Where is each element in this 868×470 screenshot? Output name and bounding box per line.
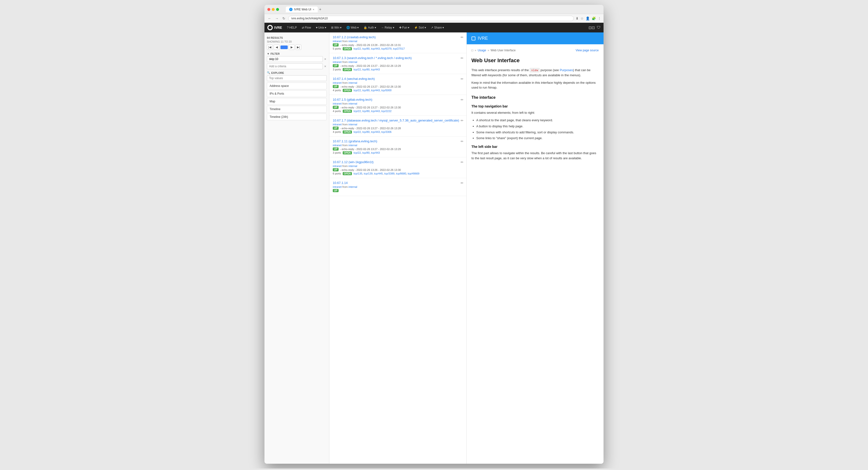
port-link[interactable]: tcp/5000 [381, 89, 392, 92]
port-link[interactable]: tcp/3389 [384, 172, 395, 175]
bookmark-icon[interactable]: ☆ [581, 16, 584, 20]
port-link[interactable]: tcp/27017 [393, 47, 405, 50]
page-last-button[interactable]: ▶| [296, 44, 301, 50]
port-link[interactable]: tcp/6379 [381, 47, 392, 50]
source-from-link[interactable]: internal [348, 81, 357, 84]
edit-icon[interactable]: ✏ [461, 181, 464, 185]
minimize-button[interactable] [272, 8, 275, 11]
source-from-link[interactable]: internal [348, 102, 357, 105]
result-ip-link[interactable]: 10.67.1.3 (search.evling.tech / *.evling… [333, 56, 412, 60]
port-link[interactable]: tcp/22 [353, 110, 361, 112]
result-ip-link[interactable]: 10.67.1.11 (grafana.evling.tech) [333, 139, 377, 143]
edit-icon[interactable]: ✏ [461, 139, 464, 143]
nav-win[interactable]: ⊞ Win ▾ [329, 23, 344, 32]
nav-auth[interactable]: 🔒 Auth ▾ [361, 23, 378, 32]
source-label-link[interactable]: intranet [333, 186, 342, 188]
nav-web[interactable]: 🌐 Web ▾ [344, 23, 361, 32]
add-criteria-clear-button[interactable]: × [324, 64, 327, 69]
page-prev-button[interactable]: ◀ [274, 44, 279, 50]
source-from-link[interactable]: internal [348, 144, 357, 147]
result-ip-link[interactable]: 10.67.1.5 (gitlab.evling.tech) [333, 98, 372, 101]
page-first-button[interactable]: |◀ [267, 44, 273, 50]
port-link[interactable]: tcp/80 [362, 130, 370, 133]
edit-icon[interactable]: ✏ [461, 98, 464, 102]
edit-icon[interactable]: ✏ [461, 77, 464, 81]
purposes-link[interactable]: Purposes [560, 68, 573, 72]
port-link[interactable]: tcp/443 [371, 130, 380, 133]
source-from-link[interactable]: internal [348, 123, 357, 126]
result-ip-link[interactable]: 10.67.1.7 (dataease.evling.tech / mysql_… [333, 119, 459, 122]
port-link[interactable]: tcp/135 [353, 172, 362, 175]
view-source-link[interactable]: View page source [576, 48, 599, 53]
nav-sort[interactable]: ⚡ Sort ▾ [412, 23, 428, 32]
add-criteria-input[interactable] [267, 63, 323, 69]
more-icon[interactable]: ⋮ [598, 16, 601, 20]
edit-icon[interactable]: ✏ [461, 35, 464, 39]
edit-icon[interactable]: ✏ [461, 160, 464, 164]
port-link[interactable]: tcp/139 [364, 172, 372, 175]
result-ip-link[interactable]: 10.67.1.12 (win-1kgpu96in1t) [333, 160, 373, 164]
port-link[interactable]: tcp/80 [362, 151, 370, 154]
explore-timeline-24h[interactable]: Timeline (24h) [267, 113, 327, 120]
source-label-link[interactable]: intranet [333, 165, 342, 167]
source-label-link[interactable]: intranet [333, 61, 342, 63]
nav-share[interactable]: ↗ Share ▾ [428, 23, 446, 32]
edit-icon[interactable]: ✏ [461, 56, 464, 60]
source-label-link[interactable]: intranet [333, 123, 342, 126]
port-link[interactable]: tcp/80 [362, 89, 370, 92]
source-label-link[interactable]: intranet [333, 102, 342, 105]
browser-tab[interactable]: IVRE Web UI × [286, 6, 318, 12]
source-from-link[interactable]: internal [348, 40, 357, 43]
nav-unix[interactable]: ♥ Unix ▾ [313, 23, 329, 32]
profile-icon[interactable]: 👤 [586, 16, 590, 20]
nav-relay[interactable]: → Relay ▾ [378, 23, 397, 32]
port-link[interactable]: tcp/443 [371, 110, 380, 112]
port-link[interactable]: tcp/22 [353, 68, 361, 71]
breadcrumb-home-icon[interactable]: □ [471, 48, 473, 53]
breadcrumb-usage[interactable]: Usage [477, 48, 486, 53]
explore-map[interactable]: Map [267, 98, 327, 105]
maximize-button[interactable] [276, 8, 279, 11]
help-checkbox[interactable] [471, 37, 475, 40]
port-link[interactable]: tcp/22 [353, 47, 361, 50]
edit-icon[interactable]: ✏ [461, 119, 464, 123]
port-link[interactable]: tcp/22 [353, 130, 361, 133]
forward-button[interactable]: → [274, 16, 279, 21]
source-from-link[interactable]: internal [348, 61, 357, 63]
port-link[interactable]: tcp/2222 [381, 110, 392, 112]
back-button[interactable]: ← [267, 16, 272, 21]
port-link[interactable]: tcp/443 [371, 47, 380, 50]
extensions-icon[interactable]: 🧩 [592, 16, 596, 20]
close-button[interactable] [268, 8, 270, 11]
filter-input[interactable] [267, 56, 323, 62]
download-icon[interactable]: ⬇ [576, 16, 579, 20]
port-link[interactable]: tcp/8680 [396, 172, 406, 175]
reload-button[interactable]: ↻ [281, 16, 286, 21]
port-link[interactable]: tcp/22 [353, 151, 361, 154]
explore-ips-ports[interactable]: IPs & Ports [267, 90, 327, 97]
port-link[interactable]: tcp/80 [362, 47, 370, 50]
source-label-link[interactable]: intranet [333, 144, 342, 147]
port-link[interactable]: tcp/443 [371, 68, 380, 71]
nav-help[interactable]: ? HELP [285, 23, 299, 32]
source-label-link[interactable]: intranet [333, 81, 342, 84]
source-from-link[interactable]: internal [348, 165, 357, 167]
port-link[interactable]: tcp/80 [362, 68, 370, 71]
explore-input[interactable] [267, 75, 327, 81]
url-input[interactable] [288, 16, 574, 21]
filter-clear-button[interactable]: × [324, 57, 327, 62]
source-label-link[interactable]: intranet [333, 40, 342, 43]
source-from-link[interactable]: internal [348, 186, 357, 188]
tab-close-button[interactable]: × [313, 8, 314, 11]
nav-fun[interactable]: ✚ Fun ▾ [397, 23, 412, 32]
port-link[interactable]: tcp/22 [353, 89, 361, 92]
port-link[interactable]: tcp/443 [371, 151, 380, 154]
result-ip-link[interactable]: 10.67.1.14 [333, 181, 347, 184]
nav-logo[interactable]: IVRE [268, 25, 282, 30]
port-link[interactable]: tcp/3306 [381, 130, 392, 133]
explore-timeline[interactable]: Timeline [267, 106, 327, 112]
explore-address-space[interactable]: Address space [267, 82, 327, 89]
port-link[interactable]: tcp/49669 [408, 172, 419, 175]
port-link[interactable]: tcp/445 [374, 172, 383, 175]
result-ip-link[interactable]: 10.67.1.4 (wechat.evling.tech) [333, 77, 375, 80]
